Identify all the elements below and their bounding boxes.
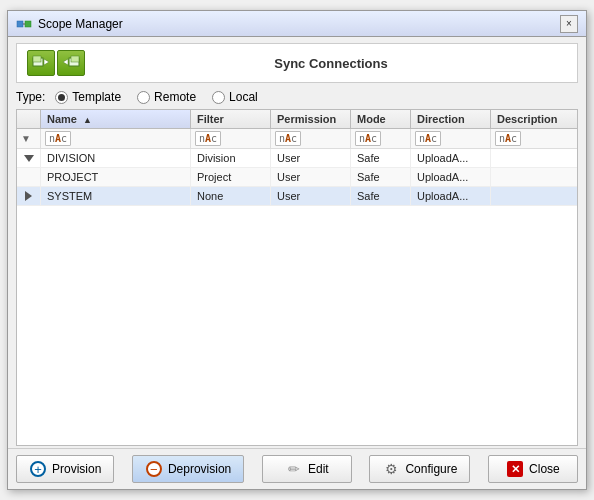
radio-remote[interactable]: Remote [137, 90, 196, 104]
type-row: Type: Template Remote Local [8, 87, 586, 107]
close-red-icon: ✕ [506, 460, 524, 478]
svg-rect-5 [33, 56, 41, 62]
sort-arrow-icon: ▲ [83, 115, 92, 125]
col-permission[interactable]: Permission [271, 110, 351, 128]
row-description-system [491, 187, 577, 205]
row-permission-project: User [271, 168, 351, 186]
edit-pencil-icon: ✏ [285, 460, 303, 478]
scope-manager-window: Scope Manager × Sync Connections [7, 10, 587, 490]
svg-rect-0 [17, 21, 23, 27]
radio-local-circle [212, 91, 225, 104]
filter-description[interactable]: nAc [491, 129, 577, 148]
table-header: Name ▲ Filter Permission Mode Direction … [17, 110, 577, 129]
col-description[interactable]: Description [491, 110, 577, 128]
filter-permission-badge: nAc [275, 131, 301, 146]
svg-marker-4 [44, 59, 49, 65]
filter-permission[interactable]: nAc [271, 129, 351, 148]
title-bar: Scope Manager × [8, 11, 586, 37]
row-expand-project [17, 168, 41, 186]
row-filter-project: Project [191, 168, 271, 186]
type-label: Type: [16, 90, 45, 104]
radio-local[interactable]: Local [212, 90, 258, 104]
sync-title: Sync Connections [95, 56, 567, 71]
filter-mode[interactable]: nAc [351, 129, 411, 148]
sync-icon-2[interactable] [57, 50, 85, 76]
col-name[interactable]: Name ▲ [41, 110, 191, 128]
radio-local-label: Local [229, 90, 258, 104]
svg-rect-1 [25, 21, 31, 27]
table-row[interactable]: SYSTEM None User Safe UploadA... [17, 187, 577, 206]
configure-gear-icon: ⚙ [382, 460, 400, 478]
row-direction-system: UploadA... [411, 187, 491, 205]
deprovision-icon: − [145, 460, 163, 478]
row-name-division: DIVISION [41, 149, 191, 167]
filter-filter-badge: nAc [195, 131, 221, 146]
edit-label: Edit [308, 462, 329, 476]
col-expand [17, 110, 41, 128]
deprovision-label: Deprovision [168, 462, 231, 476]
col-filter[interactable]: Filter [191, 110, 271, 128]
app-icon [16, 16, 32, 32]
window-close-button[interactable]: × [560, 15, 578, 33]
filter-filter[interactable]: nAc [191, 129, 271, 148]
row-mode-project: Safe [351, 168, 411, 186]
row-expand-system[interactable] [17, 187, 41, 205]
filter-direction[interactable]: nAc [411, 129, 491, 148]
deprovision-button[interactable]: − Deprovision [132, 455, 244, 483]
close-label: Close [529, 462, 560, 476]
filter-name-badge: nAc [45, 131, 71, 146]
provision-label: Provision [52, 462, 101, 476]
provision-button[interactable]: + Provision [16, 455, 114, 483]
row-name-system: SYSTEM [41, 187, 191, 205]
configure-button[interactable]: ⚙ Configure [369, 455, 470, 483]
row-filter-system: None [191, 187, 271, 205]
row-name-project: PROJECT [41, 168, 191, 186]
configure-label: Configure [405, 462, 457, 476]
radio-remote-label: Remote [154, 90, 196, 104]
sync-icon-1[interactable] [27, 50, 55, 76]
filter-name[interactable]: nAc [41, 129, 191, 148]
sync-arrow2-icon [62, 54, 80, 72]
table-row[interactable]: DIVISION Division User Safe UploadA... [17, 149, 577, 168]
window-title: Scope Manager [38, 17, 123, 31]
radio-group: Template Remote Local [55, 90, 257, 104]
footer: + Provision − Deprovision ✏ Edit ⚙ Confi… [8, 448, 586, 489]
expand-right-icon [25, 191, 32, 201]
sync-bar: Sync Connections [16, 43, 578, 83]
row-direction-project: UploadA... [411, 168, 491, 186]
sync-arrow-icon [32, 54, 50, 72]
row-mode-system: Safe [351, 187, 411, 205]
row-expand-division[interactable] [17, 149, 41, 167]
filter-mode-badge: nAc [355, 131, 381, 146]
col-direction[interactable]: Direction [411, 110, 491, 128]
expand-down-icon [24, 155, 34, 162]
filter-description-badge: nAc [495, 131, 521, 146]
scope-table: Name ▲ Filter Permission Mode Direction … [16, 109, 578, 446]
table-row[interactable]: PROJECT Project User Safe UploadA... [17, 168, 577, 187]
row-permission-system: User [271, 187, 351, 205]
filter-row: ▼ nAc nAc nAc nAc nAc nAc [17, 129, 577, 149]
filter-direction-badge: nAc [415, 131, 441, 146]
close-button[interactable]: ✕ Close [488, 455, 578, 483]
row-filter-division: Division [191, 149, 271, 167]
row-mode-division: Safe [351, 149, 411, 167]
row-description-project [491, 168, 577, 186]
col-mode[interactable]: Mode [351, 110, 411, 128]
sync-icons [27, 50, 85, 76]
row-direction-division: UploadA... [411, 149, 491, 167]
radio-remote-circle [137, 91, 150, 104]
filter-icon: ▼ [21, 133, 31, 144]
title-bar-left: Scope Manager [16, 16, 123, 32]
svg-marker-7 [63, 59, 68, 65]
edit-button[interactable]: ✏ Edit [262, 455, 352, 483]
filter-expand: ▼ [17, 129, 41, 148]
row-description-division [491, 149, 577, 167]
svg-rect-8 [71, 56, 79, 62]
radio-template-label: Template [72, 90, 121, 104]
row-permission-division: User [271, 149, 351, 167]
radio-template-circle [55, 91, 68, 104]
provision-icon: + [29, 460, 47, 478]
radio-template[interactable]: Template [55, 90, 121, 104]
